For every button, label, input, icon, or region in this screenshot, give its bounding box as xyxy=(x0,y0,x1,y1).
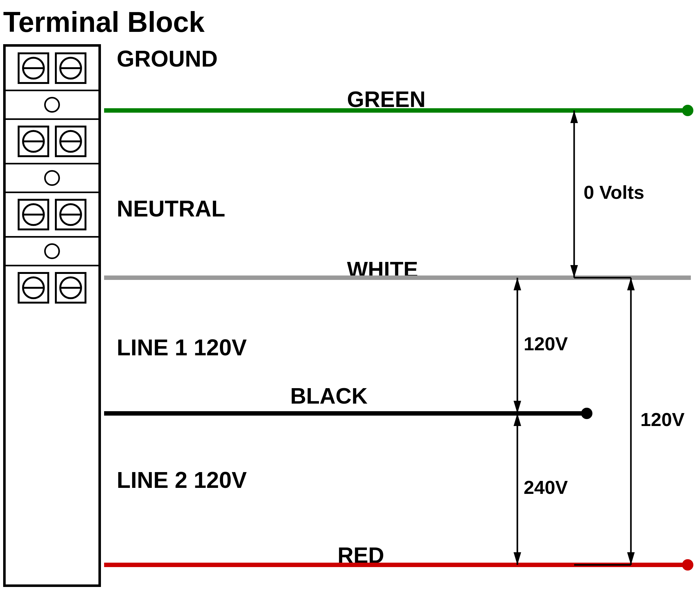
terminal-screw-3b xyxy=(55,126,86,157)
page-title: Terminal Block xyxy=(3,6,205,39)
terminal-small-circle-6 xyxy=(44,243,60,259)
svg-marker-14 xyxy=(514,401,521,413)
terminal-screw-7a xyxy=(18,272,49,304)
wire-label-red: RED xyxy=(338,543,384,568)
terminal-small-circle-2 xyxy=(44,97,60,113)
terminal-screw-inner-3b xyxy=(59,130,82,153)
terminal-small-circle-4 xyxy=(44,170,60,186)
svg-text:0 Volts: 0 Volts xyxy=(583,182,644,203)
wire-label-black: BLACK xyxy=(290,383,368,409)
terminal-screw-inner-7a xyxy=(22,277,45,299)
label-line2: LINE 2 120V xyxy=(117,467,247,493)
terminal-screw-inner-5b xyxy=(59,203,82,226)
svg-text:120V: 120V xyxy=(641,409,684,430)
terminal-row-6 xyxy=(6,238,98,265)
terminal-row-4 xyxy=(6,164,98,192)
svg-marker-9 xyxy=(570,111,578,123)
svg-point-7 xyxy=(682,559,693,571)
svg-marker-17 xyxy=(514,413,521,426)
svg-point-1 xyxy=(682,105,693,116)
terminal-row-5 xyxy=(6,193,98,236)
terminal-screw-1a xyxy=(18,52,49,84)
terminal-screw-inner-1b xyxy=(59,57,82,79)
label-line1: LINE 1 120V xyxy=(117,335,247,360)
svg-marker-10 xyxy=(570,265,578,278)
terminal-row-1 xyxy=(6,47,98,90)
svg-text:240V: 240V xyxy=(524,477,568,498)
svg-marker-18 xyxy=(514,552,521,565)
svg-text:120V: 120V xyxy=(524,333,568,354)
terminal-screw-5a xyxy=(18,199,49,230)
wire-label-green: GREEN xyxy=(347,87,426,112)
terminal-screw-inner-3a xyxy=(22,130,45,153)
terminal-screw-7b xyxy=(55,272,86,304)
terminal-screw-1b xyxy=(55,52,86,84)
terminal-row-3 xyxy=(6,120,98,163)
terminal-row-7 xyxy=(6,266,98,309)
svg-point-5 xyxy=(581,408,593,419)
terminal-row-2 xyxy=(6,91,98,118)
terminal-screw-inner-1a xyxy=(22,57,45,79)
terminal-screw-5b xyxy=(55,199,86,230)
label-ground: GROUND xyxy=(117,46,218,72)
label-neutral: NEUTRAL xyxy=(117,196,225,221)
svg-marker-21 xyxy=(627,278,635,290)
terminal-screw-3a xyxy=(18,126,49,157)
svg-marker-22 xyxy=(627,552,635,565)
svg-marker-13 xyxy=(514,278,521,290)
wire-label-white: WHITE xyxy=(347,257,418,282)
terminal-screw-inner-7b xyxy=(59,277,82,299)
terminal-screw-inner-5a xyxy=(22,203,45,226)
terminal-block xyxy=(3,44,101,587)
